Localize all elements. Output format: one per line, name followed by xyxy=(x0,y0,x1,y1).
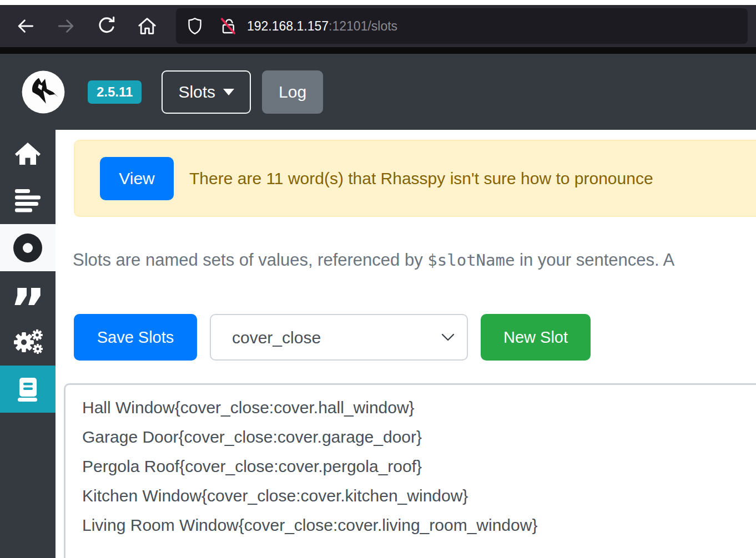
reload-button[interactable] xyxy=(93,13,120,39)
app-header: 2.5.11 Slots Log xyxy=(0,54,756,130)
home-icon xyxy=(14,141,41,166)
page-dropdown-button[interactable]: Slots xyxy=(162,70,251,114)
url-bar[interactable]: 192.168.1.157:12101/slots xyxy=(176,8,748,44)
shield-icon xyxy=(185,16,205,36)
forward-button[interactable] xyxy=(53,13,79,39)
url-host: 192.168.1.157 xyxy=(247,19,329,33)
description-text-before: Slots are named sets of values, referenc… xyxy=(73,250,427,270)
insecure-lock-icon xyxy=(218,16,238,36)
warning-message: There are 11 word(s) that Rhasspy isn't … xyxy=(189,169,653,188)
browser-chrome: 192.168.1.157:12101/slots xyxy=(0,5,756,54)
reload-icon xyxy=(95,15,118,37)
align-left-icon xyxy=(15,189,41,212)
sidebar-item-advanced[interactable] xyxy=(0,366,56,413)
save-slots-button[interactable]: Save Slots xyxy=(74,314,197,361)
forward-icon xyxy=(56,16,77,37)
book-icon xyxy=(16,377,40,402)
slot-select[interactable]: cover_close xyxy=(210,314,468,361)
url-text: 192.168.1.157:12101/slots xyxy=(247,19,397,34)
log-button[interactable]: Log xyxy=(262,70,323,114)
home-button[interactable] xyxy=(134,13,160,39)
back-button[interactable] xyxy=(12,13,39,39)
view-button[interactable]: View xyxy=(100,157,174,200)
description-text-after: in your sentences. A xyxy=(515,250,674,270)
sidebar-item-sentences[interactable] xyxy=(0,177,56,224)
view-button-label: View xyxy=(119,169,154,187)
new-slot-button[interactable]: New Slot xyxy=(481,314,591,361)
back-icon xyxy=(15,16,36,37)
sidebar xyxy=(0,130,56,558)
log-button-label: Log xyxy=(279,83,306,102)
rhasspy-logo xyxy=(21,70,65,114)
slot-values-editor[interactable]: Hall Window{cover_close:cover.hall_windo… xyxy=(64,383,756,558)
version-badge: 2.5.11 xyxy=(88,80,142,104)
sidebar-item-words[interactable] xyxy=(0,271,56,318)
slot-select-wrapper: cover_close xyxy=(210,314,468,361)
new-slot-label: New Slot xyxy=(503,328,568,346)
save-slots-label: Save Slots xyxy=(97,328,174,346)
pronounce-warning-banner: View There are 11 word(s) that Rhasspy i… xyxy=(74,140,756,217)
browser-toolbar: 192.168.1.157:12101/slots xyxy=(0,5,756,47)
dot-circle-icon xyxy=(13,234,42,262)
main-content: View There are 11 word(s) that Rhasspy i… xyxy=(56,130,756,558)
url-path: :12101/slots xyxy=(329,19,397,33)
slots-controls: Save Slots cover_close New Slot xyxy=(74,314,756,361)
slots-description: Slots are named sets of values, referenc… xyxy=(73,250,756,270)
slot-variable-code: $slotName xyxy=(427,251,515,270)
sidebar-item-slots[interactable] xyxy=(0,224,56,271)
caret-down-icon xyxy=(223,89,234,95)
page-dropdown-label: Slots xyxy=(178,83,215,102)
home-icon xyxy=(136,15,158,37)
sidebar-item-home[interactable] xyxy=(0,130,56,177)
